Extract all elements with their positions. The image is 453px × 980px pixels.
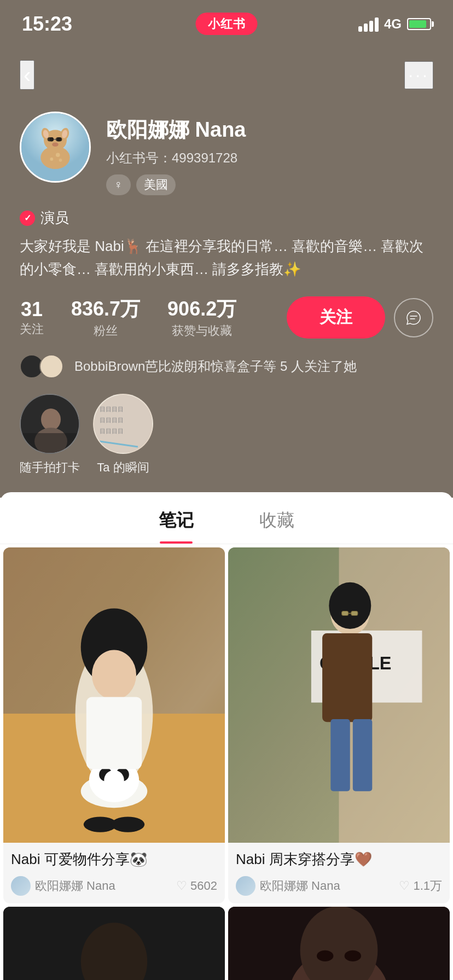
svg-text:目目目目: 目目目目 [100,417,124,423]
post-likes-2: ♡ 1.1万 [399,878,442,894]
network-label: 4G [384,16,402,32]
posts-bottom-row [0,907,453,980]
post-card-4[interactable] [228,907,450,980]
author-name-2: 欧阳娜娜 Nana [260,878,340,894]
tags-row: ♀ 美國 [106,174,433,195]
mutual-text: BobbiBrown芭比波朗和惊喜盒子等 5 人关注了她 [74,358,357,375]
svg-point-40 [92,650,136,700]
mutual-avatars [20,354,59,378]
avatar-svg [21,112,89,183]
svg-point-53 [329,582,371,629]
followers-label: 粉丝 [94,324,118,337]
status-bar: 15:23 小红书 4G [0,0,453,44]
post-card-2[interactable]: GENTLE Nabi 周末穿搭分享🤎 [228,547,450,903]
svg-point-36 [104,770,124,790]
tab-section: 笔记 收藏 [0,492,453,980]
svg-rect-11 [48,137,54,142]
likes-count-1: 5602 [190,879,217,893]
post-title-1: Nabi 可爱物件分享🐼 [11,849,217,869]
heart-icon-1: ♡ [176,879,187,893]
xhs-number: 小红书号：499391728 [106,149,433,167]
following-label: 关注 [20,322,44,336]
svg-point-43 [111,817,144,832]
stats-row: 31 关注 836.7万 粉丝 906.2万 获赞与收藏 关注 [20,296,433,339]
more-button[interactable]: ··· [404,61,433,89]
post-likes-1: ♡ 5602 [176,879,217,893]
avatar [20,112,91,183]
battery-icon [407,18,431,30]
message-icon [405,310,422,326]
heart-icon-2: ♡ [399,879,410,893]
likes-count: 906.2万 [167,296,236,323]
author-name-1: 欧阳娜娜 Nana [35,878,115,894]
mutual-row: BobbiBrown芭比波朗和惊喜盒子等 5 人关注了她 [20,354,433,378]
post-meta-2: Nabi 周末穿搭分享🤎 欧阳娜娜 Nana ♡ 1.1万 [228,843,450,903]
app-logo: 小红书 [196,13,258,35]
mutual-avatar-2 [39,354,63,378]
avatar-image [21,113,89,181]
svg-rect-22 [21,433,80,454]
message-button[interactable] [394,298,433,337]
profile-header: ‹ ··· [0,44,453,498]
status-right: 4G [358,16,431,32]
following-count: 31 [20,298,44,321]
svg-text:目目目目: 目目目目 [100,428,124,434]
svg-point-16 [59,159,62,162]
post-image-1 [3,547,225,843]
stat-likes: 906.2万 获赞与收藏 [167,296,236,339]
post-card-3[interactable] [3,907,225,980]
region-tag: 美國 [136,174,176,195]
svg-text:目目目目: 目目目目 [100,406,124,412]
post-author-2: 欧阳娜娜 Nana [236,876,340,896]
svg-point-63 [317,950,333,961]
svg-rect-51 [330,719,350,791]
author-avatar-1 [11,876,31,896]
svg-point-64 [345,950,361,961]
posts-grid: Nabi 可爱物件分享🐼 欧阳娜娜 Nana ♡ 5602 [0,544,453,906]
tabs-row: 笔记 收藏 [0,492,453,544]
highlight-label-1: 随手拍打卡 [20,459,80,476]
follow-button[interactable]: 关注 [287,296,385,339]
back-button[interactable]: ‹ [20,60,34,90]
highlight-circle-2: 目目目目 目目目目 目目目目 [93,394,153,454]
app-logo-container: 小红书 [196,16,258,32]
role-text: 演员 [40,208,69,228]
profile-details: 欧阳娜娜 Nana 小红书号：499391728 ♀ 美國 [106,112,433,195]
tab-notes[interactable]: 笔记 [126,509,226,544]
likes-count-2: 1.1万 [413,878,442,894]
highlights-row: 随手拍打卡 目目目目 目目目目 目目目目 Ta 的瞬间 [20,394,433,476]
highlight-item-1[interactable]: 随手拍打卡 [20,394,80,476]
post-footer-2: 欧阳娜娜 Nana ♡ 1.1万 [236,876,442,896]
username: 欧阳娜娜 Nana [106,116,433,144]
status-time: 15:23 [22,13,72,36]
verified-icon: ✓ [20,211,35,226]
svg-rect-54 [342,611,349,616]
highlight-label-2: Ta 的瞬间 [97,459,149,476]
svg-point-10 [52,142,58,147]
svg-rect-55 [351,611,358,616]
svg-rect-41 [86,697,142,769]
svg-rect-12 [56,137,62,142]
highlight-item-2[interactable]: 目目目目 目目目目 目目目目 Ta 的瞬间 [93,394,153,476]
likes-label: 获赞与收藏 [172,324,232,337]
post-meta-1: Nabi 可爱物件分享🐼 欧阳娜娜 Nana ♡ 5602 [3,843,225,903]
svg-point-20 [41,409,61,430]
signal-icon [358,16,379,32]
author-avatar-2 [236,876,255,896]
stat-following: 31 关注 [20,298,44,337]
top-nav: ‹ ··· [20,55,433,95]
post-footer-1: 欧阳娜娜 Nana ♡ 5602 [11,876,217,896]
post-image-2: GENTLE [228,547,450,843]
post-author-1: 欧阳娜娜 Nana [11,876,115,896]
role-badge: ✓ 演员 [20,208,433,228]
svg-rect-52 [353,719,372,791]
highlight-circle-1 [20,394,80,454]
svg-rect-50 [322,633,372,722]
stat-followers: 836.7万 粉丝 [71,296,140,339]
profile-info-row: 欧阳娜娜 Nana 小红书号：499391728 ♀ 美國 [20,112,433,195]
bio: 大家好我是 Nabi🦌 在這裡分享我的日常… 喜歡的音樂… 喜歡次的小零食… 喜… [20,235,433,281]
tab-collections[interactable]: 收藏 [226,509,327,544]
post-card-1[interactable]: Nabi 可爱物件分享🐼 欧阳娜娜 Nana ♡ 5602 [3,547,225,903]
svg-point-15 [50,158,53,161]
gender-tag: ♀ [106,174,131,195]
